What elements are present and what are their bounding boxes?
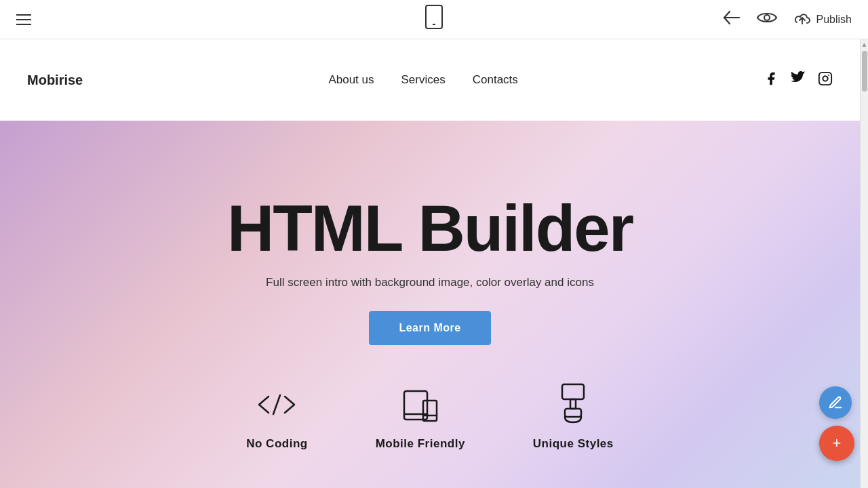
- hero-subtitle: Full screen intro with background image,…: [266, 276, 594, 289]
- feature-mobile-friendly: Mobile Friendly: [376, 383, 465, 451]
- canvas-area: Mobirise About us Services Contacts: [0, 39, 860, 488]
- add-fab-button[interactable]: +: [819, 426, 854, 461]
- site-social: [764, 71, 833, 89]
- site-navbar: Mobirise About us Services Contacts: [0, 39, 860, 121]
- pencil-icon: [828, 395, 843, 410]
- edit-fab-button[interactable]: [819, 386, 852, 419]
- toolbar-left: [16, 14, 31, 25]
- code-icon: [255, 383, 298, 426]
- plus-icon: +: [833, 434, 842, 452]
- twitter-icon[interactable]: [791, 71, 806, 89]
- styles-icon: [551, 383, 595, 426]
- nav-about[interactable]: About us: [328, 73, 374, 87]
- facebook-icon[interactable]: [764, 71, 778, 89]
- mobile-friendly-icon: [399, 383, 442, 426]
- scroll-up-arrow[interactable]: ▲: [861, 41, 868, 48]
- back-icon[interactable]: [723, 10, 741, 29]
- svg-line-6: [273, 395, 280, 414]
- features-row: No Coding Mobile Friendl: [14, 383, 846, 451]
- menu-icon[interactable]: [16, 14, 31, 25]
- publish-button[interactable]: Publish: [793, 13, 852, 26]
- svg-rect-11: [562, 384, 584, 399]
- toolbar: Publish: [0, 0, 868, 39]
- svg-point-3: [764, 15, 770, 20]
- instagram-icon[interactable]: [818, 71, 833, 89]
- svg-rect-12: [570, 399, 576, 409]
- scroll-thumb[interactable]: [862, 51, 867, 92]
- no-coding-label: No Coding: [246, 437, 307, 451]
- toolbar-center: [425, 5, 443, 34]
- toolbar-right: Publish: [723, 10, 852, 29]
- cloud-upload-icon: [793, 13, 811, 26]
- scrollbar[interactable]: ▲: [860, 39, 868, 488]
- fab-container: +: [819, 386, 854, 461]
- publish-label: Publish: [816, 14, 852, 26]
- nav-services[interactable]: Services: [401, 73, 446, 87]
- unique-styles-label: Unique Styles: [533, 437, 614, 451]
- hero-section: HTML Builder Full screen intro with back…: [0, 119, 860, 488]
- main-area: Mobirise About us Services Contacts: [0, 39, 868, 488]
- site-nav: About us Services Contacts: [328, 73, 517, 87]
- nav-contacts[interactable]: Contacts: [473, 73, 518, 87]
- mobile-friendly-label: Mobile Friendly: [376, 437, 465, 451]
- svg-rect-13: [565, 409, 581, 417]
- feature-unique-styles: Unique Styles: [533, 383, 614, 451]
- site-logo: Mobirise: [27, 73, 83, 88]
- preview-eye-icon[interactable]: [757, 11, 777, 28]
- svg-rect-9: [423, 401, 437, 421]
- hero-title: HTML Builder: [227, 195, 633, 263]
- svg-rect-4: [819, 72, 831, 84]
- feature-no-coding: No Coding: [246, 383, 307, 451]
- mobile-preview-icon[interactable]: [425, 5, 443, 34]
- learn-more-button[interactable]: Learn More: [369, 311, 490, 345]
